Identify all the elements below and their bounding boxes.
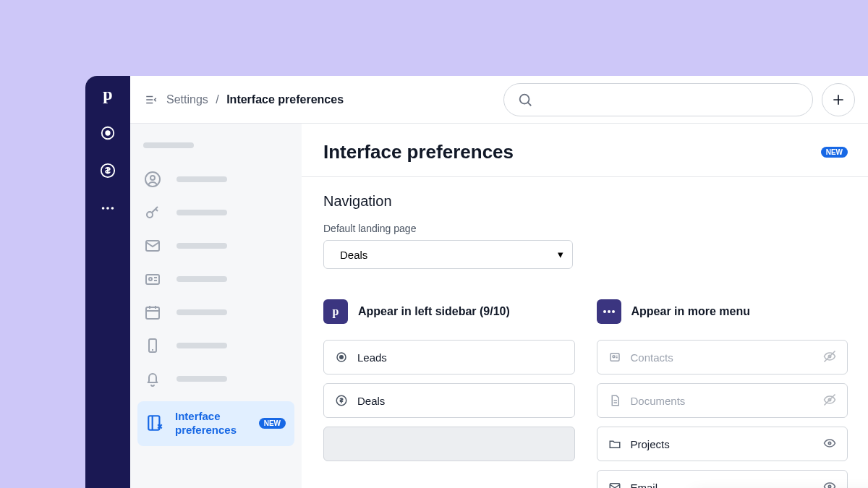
target-icon (334, 350, 349, 364)
section-heading: Navigation (323, 193, 848, 210)
eye-icon[interactable] (822, 479, 837, 489)
sidebar-item[interactable] (137, 362, 294, 395)
mail-icon (608, 480, 622, 488)
logo[interactable]: p (103, 85, 112, 104)
search-input[interactable] (540, 93, 799, 106)
settings-sidebar: Interface preferences NEW (130, 124, 302, 488)
nav-item-deals[interactable]: Deals (323, 383, 575, 418)
phone-icon (143, 336, 162, 355)
svg-rect-17 (146, 275, 159, 284)
rail-leads-icon[interactable] (99, 124, 116, 142)
collapse-menu-icon[interactable] (145, 93, 158, 106)
left-sidebar-column: p Appear in left sidebar (9/10) Leads De… (323, 299, 575, 488)
svg-point-4 (106, 207, 109, 210)
new-badge: NEW (821, 147, 848, 158)
search-field[interactable] (503, 83, 813, 116)
svg-point-35 (612, 310, 615, 313)
dollar-icon (334, 393, 349, 408)
nav-item-email[interactable]: Email (597, 470, 848, 488)
column-title: Appear in left sidebar (9/10) (358, 305, 510, 318)
divider (302, 176, 868, 177)
svg-point-31 (340, 356, 344, 359)
id-icon (143, 270, 162, 288)
svg-point-34 (608, 310, 610, 313)
breadcrumb-leaf: Interface preferences (226, 93, 344, 106)
eye-off-icon[interactable] (822, 349, 837, 366)
svg-point-33 (603, 310, 606, 313)
svg-point-3 (102, 207, 105, 210)
page-title: Interface preferences (323, 141, 514, 163)
sidebar-item[interactable] (137, 296, 294, 329)
interface-icon (146, 414, 165, 434)
column-title: Appear in more menu (631, 305, 750, 318)
more-menu-column: Appear in more menu Contacts Documents (597, 299, 848, 488)
folder-icon (608, 437, 622, 451)
topbar: Settings / Interface preferences (130, 76, 868, 124)
svg-point-48 (828, 485, 830, 487)
svg-point-18 (149, 278, 152, 281)
nav-item-documents[interactable]: Documents (597, 383, 848, 418)
logo-chip-icon: p (323, 299, 348, 324)
nav-item-contacts[interactable]: Contacts (597, 340, 848, 374)
bell-icon (143, 369, 162, 388)
sidebar-item[interactable] (137, 163, 294, 196)
body: Interface preferences NEW Interface pref… (130, 124, 868, 488)
svg-point-37 (613, 356, 615, 358)
sidebar-item-label: Interface preferences (175, 410, 249, 437)
main-area: Settings / Interface preferences (130, 76, 868, 488)
key-icon (143, 203, 162, 222)
plus-icon (831, 93, 846, 107)
svg-point-5 (111, 207, 114, 210)
nav-item-projects[interactable]: Projects (597, 427, 848, 461)
item-label: Email (631, 481, 658, 489)
breadcrumb-root[interactable]: Settings (166, 93, 208, 106)
more-chip-icon (597, 299, 621, 324)
item-label: Deals (357, 395, 385, 407)
svg-line-10 (528, 102, 532, 106)
rail-deals-icon[interactable] (99, 162, 116, 179)
add-button[interactable] (822, 83, 855, 116)
sidebar-item[interactable] (137, 229, 294, 262)
contact-icon (608, 350, 622, 364)
document-icon (608, 393, 622, 408)
eye-icon[interactable] (822, 436, 837, 453)
item-label: Projects (631, 438, 670, 450)
search-icon (517, 92, 533, 108)
breadcrumb: Settings / Interface preferences (166, 93, 344, 106)
svg-point-1 (106, 131, 110, 135)
sidebar-item[interactable] (137, 329, 294, 362)
nav-item-leads[interactable]: Leads (323, 340, 575, 374)
svg-point-9 (520, 94, 529, 103)
breadcrumb-separator: / (216, 93, 218, 106)
field-label: Default landing page (323, 223, 848, 234)
chevron-down-icon: ▾ (558, 248, 563, 261)
user-icon (143, 170, 162, 189)
sidebar-heading-skeleton (143, 142, 194, 148)
eye-off-icon[interactable] (822, 393, 837, 409)
svg-point-46 (828, 442, 830, 444)
landing-page-select[interactable]: Deals ▾ (323, 240, 573, 269)
sidebar-item-interface-preferences[interactable]: Interface preferences NEW (137, 401, 294, 446)
item-label: Contacts (631, 351, 673, 364)
sidebar-item[interactable] (137, 196, 294, 229)
new-badge: NEW (259, 418, 286, 429)
calendar-icon (143, 303, 162, 322)
mail-icon (143, 236, 162, 255)
sidebar-item[interactable] (137, 262, 294, 296)
select-value: Deals (340, 249, 367, 261)
left-rail: p (85, 76, 130, 488)
rail-more-icon[interactable] (99, 200, 116, 217)
item-label: Documents (631, 395, 686, 407)
svg-point-15 (147, 212, 153, 218)
svg-point-14 (150, 176, 155, 180)
item-label: Leads (357, 351, 387, 364)
drop-placeholder (323, 427, 575, 461)
svg-rect-21 (146, 307, 159, 319)
app-frame: p Settings / Interface preferences (85, 76, 868, 488)
content-panel: Interface preferences NEW Navigation Def… (302, 124, 868, 488)
